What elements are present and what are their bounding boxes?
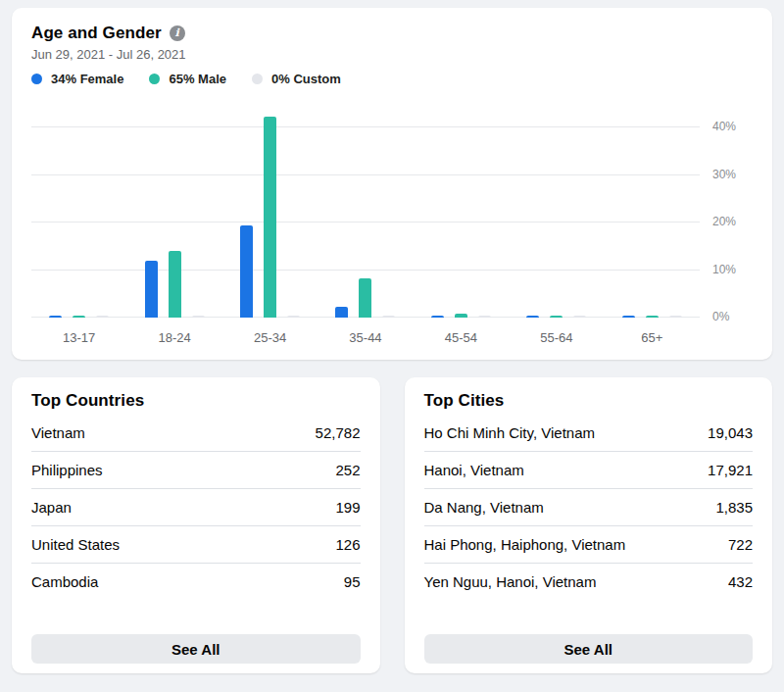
y-axis-labels: 0%10%20%30%40% <box>700 102 753 318</box>
info-icon[interactable]: i <box>170 25 185 41</box>
top-countries-list: Vietnam52,782Philippines252Japan199Unite… <box>31 415 361 600</box>
bar-female-13-17[interactable] <box>49 316 62 318</box>
bar-female-35-44[interactable] <box>335 307 348 318</box>
row-label: United States <box>31 536 120 553</box>
y-axis-label-0%: 0% <box>712 310 729 323</box>
bar-group-25-34 <box>222 102 318 318</box>
bar-custom-18-24[interactable] <box>192 316 205 318</box>
see-all-cities-button[interactable]: See All <box>424 634 754 664</box>
row-value: 17,921 <box>708 462 753 478</box>
x-axis-label-45-54: 45-54 <box>414 330 509 345</box>
top-cities-card: Top Cities Ho Chi Minh City, Vietnam19,0… <box>405 377 773 673</box>
row-value: 19,043 <box>708 424 753 441</box>
legend-item-female: 34% Female <box>31 72 123 86</box>
top-countries-card: Top Countries Vietnam52,782Philippines25… <box>12 377 380 673</box>
bar-group-55-64 <box>509 102 604 318</box>
x-axis-label-25-34: 25-34 <box>222 330 318 345</box>
bar-female-65+[interactable] <box>622 316 635 318</box>
bar-custom-13-17[interactable] <box>96 316 109 318</box>
bar-male-55-64[interactable] <box>550 316 563 318</box>
see-all-countries-button[interactable]: See All <box>31 634 361 664</box>
bar-group-65+ <box>605 102 700 318</box>
bar-custom-65+[interactable] <box>669 316 682 318</box>
y-axis-label-30%: 30% <box>712 168 736 181</box>
chart-title: Age and Gender <box>31 24 162 43</box>
row-label: Japan <box>31 499 72 516</box>
list-item: Japan199 <box>31 489 361 526</box>
list-item: Yen Nguu, Hanoi, Vietnam432 <box>424 564 754 600</box>
y-axis-label-10%: 10% <box>712 263 736 276</box>
legend-item-male: 65% Male <box>149 72 226 86</box>
bar-group-13-17 <box>31 102 126 318</box>
chart-legend: 34% Female 65% Male 0% Custom <box>31 72 753 86</box>
bar-female-18-24[interactable] <box>145 261 158 318</box>
list-item: Hai Phong, Haiphong, Vietnam722 <box>424 526 754 564</box>
legend-label-custom: 0% Custom <box>271 72 341 86</box>
age-gender-header: Age and Gender i <box>31 24 753 43</box>
row-label: Hanoi, Vietnam <box>424 462 524 478</box>
list-item: Vietnam52,782 <box>31 415 361 452</box>
bar-female-25-34[interactable] <box>240 225 253 318</box>
bar-male-25-34[interactable] <box>264 117 276 318</box>
row-label: Hai Phong, Haiphong, Vietnam <box>424 536 626 553</box>
legend-label-male: 65% Male <box>169 72 226 86</box>
bar-group-18-24 <box>126 102 221 318</box>
list-item: Cambodia95 <box>31 564 361 600</box>
bar-custom-25-34[interactable] <box>287 316 300 318</box>
legend-label-female: 34% Female <box>51 72 123 86</box>
bar-custom-55-64[interactable] <box>573 316 586 318</box>
row-label: Philippines <box>31 462 103 478</box>
row-label: Vietnam <box>31 424 85 441</box>
bars-container <box>31 102 700 318</box>
list-item: Hanoi, Vietnam17,921 <box>424 452 754 489</box>
x-axis-labels: 13-1718-2425-3435-4445-5455-6465+ <box>31 330 700 345</box>
chart-plot: 13-1718-2425-3435-4445-5455-6465+ <box>31 102 700 345</box>
x-axis-label-35-44: 35-44 <box>318 330 413 345</box>
top-cities-list: Ho Chi Minh City, Vietnam19,043Hanoi, Vi… <box>424 415 754 600</box>
bar-group-35-44 <box>318 102 413 318</box>
x-axis-label-18-24: 18-24 <box>126 330 221 345</box>
row-value: 1,835 <box>715 499 753 516</box>
y-axis-label-20%: 20% <box>712 215 736 228</box>
row-label: Ho Chi Minh City, Vietnam <box>424 424 596 441</box>
legend-item-custom: 0% Custom <box>252 72 341 86</box>
custom-legend-dot-icon <box>252 74 263 84</box>
bar-female-45-54[interactable] <box>431 316 444 318</box>
row-label: Cambodia <box>31 573 98 590</box>
list-item: United States126 <box>31 526 361 564</box>
top-cities-title: Top Cities <box>424 391 754 411</box>
row-value: 95 <box>344 573 361 590</box>
female-legend-dot-icon <box>31 74 42 84</box>
list-item: Da Nang, Vietnam1,835 <box>424 489 754 526</box>
list-item: Philippines252 <box>31 452 361 489</box>
row-label: Yen Nguu, Hanoi, Vietnam <box>424 573 597 590</box>
bar-custom-45-54[interactable] <box>478 316 491 318</box>
row-value: 126 <box>335 536 360 553</box>
row-value: 252 <box>335 462 360 478</box>
age-gender-chart: 13-1718-2425-3435-4445-5455-6465+ 0%10%2… <box>31 102 753 345</box>
date-range: Jun 29, 2021 - Jul 26, 2021 <box>31 47 753 62</box>
bar-group-45-54 <box>414 102 509 318</box>
list-item: Ho Chi Minh City, Vietnam19,043 <box>424 415 754 452</box>
x-axis-label-65+: 65+ <box>605 330 700 345</box>
bar-female-55-64[interactable] <box>526 316 539 318</box>
top-countries-title: Top Countries <box>31 391 361 411</box>
bar-custom-35-44[interactable] <box>382 316 395 318</box>
bar-male-13-17[interactable] <box>73 316 85 318</box>
row-value: 722 <box>728 536 753 553</box>
row-value: 432 <box>728 573 753 590</box>
bar-male-65+[interactable] <box>646 316 659 318</box>
male-legend-dot-icon <box>149 74 160 84</box>
row-value: 199 <box>335 499 360 516</box>
bar-male-35-44[interactable] <box>359 278 371 318</box>
bar-male-45-54[interactable] <box>455 314 467 318</box>
y-axis-label-40%: 40% <box>712 120 736 133</box>
x-axis-label-13-17: 13-17 <box>31 330 126 345</box>
bottom-panels: Top Countries Vietnam52,782Philippines25… <box>12 377 772 673</box>
bar-male-18-24[interactable] <box>169 251 181 318</box>
x-axis-label-55-64: 55-64 <box>509 330 604 345</box>
chart-plot-area <box>31 102 700 318</box>
age-gender-card: Age and Gender i Jun 29, 2021 - Jul 26, … <box>12 8 772 360</box>
row-value: 52,782 <box>316 424 361 441</box>
row-label: Da Nang, Vietnam <box>424 499 544 516</box>
